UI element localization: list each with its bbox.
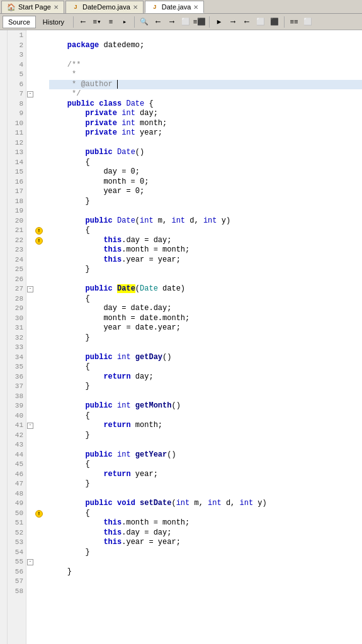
code-line-25: } <box>49 265 362 275</box>
code-line-13: public Date() <box>49 148 362 158</box>
code-line-24: this.year = year; <box>49 255 362 265</box>
code-line-51: this.month = month; <box>49 518 362 528</box>
toolbar-btn-1[interactable]: ⟵ <box>77 16 89 28</box>
code-line-49: public void setDate(int m, int d, int y) <box>49 499 362 509</box>
tab-datedemo[interactable]: J DateDemo.java ✕ <box>65 1 144 13</box>
code-line-2: package datedemo; <box>49 41 362 51</box>
code-line-10: private int month; <box>49 119 362 129</box>
toolbar-sep-2 <box>134 16 135 28</box>
toolbar-btn-10[interactable]: ⟶ <box>227 16 239 28</box>
code-line-6: * @author <box>49 80 362 90</box>
code-line-20: public Date(int m, int d, int y) <box>49 216 362 226</box>
tab-datedemo-label: DateDemo.java <box>82 3 130 11</box>
code-line-34: public int getDay() <box>49 353 362 363</box>
java-icon-2: J <box>150 3 159 11</box>
toolbar-btn-7[interactable]: ⬜ <box>179 16 192 28</box>
toolbar-btn-14[interactable]: ⬜ <box>302 16 314 28</box>
code-line-27: public Date(Date date) <box>49 284 362 294</box>
code-line-35: { <box>49 362 362 372</box>
java-icon-1: J <box>71 3 80 11</box>
code-line-30: month = date.month; <box>49 314 362 324</box>
code-area[interactable]: package datedemo; /** * * @author */ pub… <box>47 30 362 644</box>
toolbar-btn-11[interactable]: ⟵ <box>240 16 253 28</box>
code-line-8: public class Date { <box>49 99 362 109</box>
home-icon: 🏠 <box>7 3 16 11</box>
left-margin <box>0 30 8 644</box>
code-line-56: } <box>49 567 362 577</box>
code-line-1 <box>49 31 362 41</box>
code-line-19 <box>49 206 362 216</box>
toolbar: Source History ⟵ ≡▾ ≡ ▸ 🔍 ⟵ ⟶ ⬜ ≡⬛ ▶ ⟶ ⟵… <box>0 14 362 30</box>
code-line-58 <box>49 587 362 597</box>
code-line-3 <box>49 50 362 60</box>
code-line-4: /** <box>49 60 362 70</box>
code-line-39: public int getMonth() <box>49 401 362 411</box>
code-line-46: return year; <box>49 470 362 480</box>
code-line-41: return month; <box>49 421 362 431</box>
tab-datedemo-close[interactable]: ✕ <box>133 4 138 11</box>
fold-column: -------- <box>26 30 35 644</box>
code-line-47: } <box>49 479 362 489</box>
warn-icon-50-0: ! <box>35 510 43 518</box>
toolbar-btn-6[interactable]: ⟶ <box>166 16 178 28</box>
line-numbers: 1234567891011121314151617181920212223242… <box>8 30 26 644</box>
code-line-37: } <box>49 382 362 392</box>
tab-date-java-close[interactable]: ✕ <box>193 4 198 11</box>
code-line-44: public int getYear() <box>49 450 362 460</box>
code-line-22: this.day = day; <box>49 236 362 246</box>
tab-date-java[interactable]: J Date.java ✕ <box>145 1 204 13</box>
code-line-33 <box>49 343 362 353</box>
code-line-29: day = date.day; <box>49 304 362 314</box>
icon-column: !!! <box>35 30 47 644</box>
toolbar-btn-12[interactable]: ⬜ <box>254 16 267 28</box>
code-line-42: } <box>49 431 362 441</box>
warn-icon-21-1: ! <box>35 237 43 245</box>
code-line-48 <box>49 489 362 499</box>
toolbar-btn-9[interactable]: ▶ <box>213 16 225 28</box>
code-container: 1234567891011121314151617181920212223242… <box>0 30 362 644</box>
tab-date-java-label: Date.java <box>162 3 191 11</box>
code-line-5: * <box>49 70 362 80</box>
code-line-55 <box>49 557 362 567</box>
code-line-32: } <box>49 333 362 343</box>
code-line-21: { <box>49 226 362 236</box>
toolbar-btn-13[interactable]: ≡≡ <box>288 16 300 28</box>
code-line-31: year = date.year; <box>49 323 362 333</box>
code-line-26 <box>49 275 362 285</box>
code-line-36: return day; <box>49 372 362 382</box>
toolbar-btn-stop[interactable]: ⬛ <box>268 16 281 28</box>
code-line-53: this.year = year; <box>49 538 362 548</box>
code-line-12 <box>49 138 362 148</box>
code-line-43 <box>49 440 362 450</box>
toolbar-sep-3 <box>209 16 210 28</box>
code-line-14: { <box>49 158 362 168</box>
code-line-28: { <box>49 294 362 304</box>
code-line-40: { <box>49 411 362 421</box>
code-line-16: month = 0; <box>49 177 362 187</box>
toolbar-btn-zoom[interactable]: 🔍 <box>138 16 150 28</box>
tab-start-page-label: Start Page <box>18 3 51 11</box>
code-line-54: } <box>49 548 362 558</box>
toolbar-btn-8[interactable]: ≡⬛ <box>193 16 206 28</box>
toolbar-btn-5[interactable]: ⟵ <box>152 16 164 28</box>
code-line-52: this.day = day; <box>49 528 362 538</box>
tab-start-page[interactable]: 🏠 Start Page ✕ <box>1 1 64 13</box>
code-line-15: day = 0; <box>49 167 362 177</box>
toolbar-btn-3[interactable]: ≡ <box>105 16 117 28</box>
toolbar-btn-4[interactable]: ▸ <box>118 16 131 28</box>
code-line-11: private int year; <box>49 128 362 138</box>
toolbar-btn-2[interactable]: ≡▾ <box>91 16 103 28</box>
code-line-50: { <box>49 509 362 519</box>
code-line-17: year = 0; <box>49 187 362 197</box>
history-tab[interactable]: History <box>37 16 70 28</box>
code-line-38 <box>49 392 362 402</box>
code-line-9: private int day; <box>49 109 362 119</box>
code-line-45: { <box>49 460 362 470</box>
code-line-18: } <box>49 197 362 207</box>
code-line-23: this.month = month; <box>49 245 362 255</box>
toolbar-sep-1 <box>73 16 74 28</box>
code-line-7: */ <box>49 89 362 99</box>
tab-start-page-close[interactable]: ✕ <box>54 4 59 11</box>
source-tab[interactable]: Source <box>3 16 36 28</box>
toolbar-sep-4 <box>284 16 285 28</box>
